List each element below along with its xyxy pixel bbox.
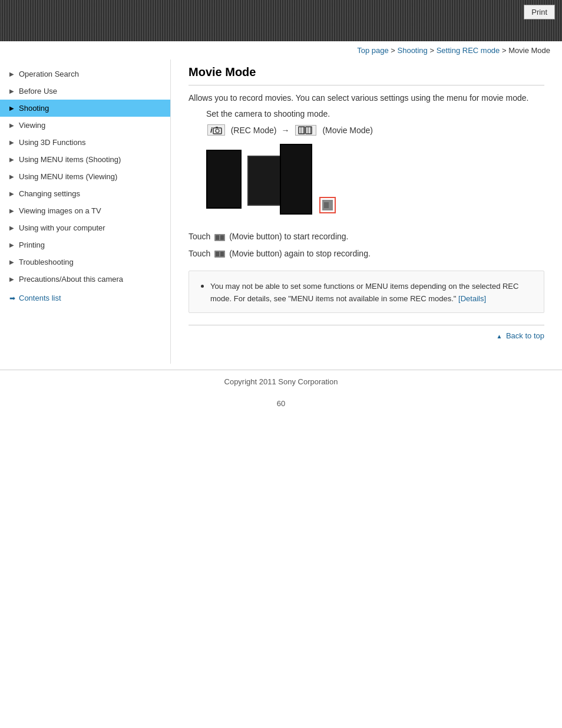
cam-body bbox=[206, 144, 324, 215]
touch-stop-instruction: Touch (Movie button) again to stop recor… bbox=[189, 247, 544, 260]
svg-rect-9 bbox=[324, 202, 329, 208]
camera-small-icon bbox=[213, 126, 222, 134]
sidebar-arrow-icon: ▶ bbox=[9, 225, 14, 231]
footer: Copyright 2011 Sony Corporation bbox=[0, 370, 562, 393]
sidebar-item-label: Precautions/About this camera bbox=[19, 275, 123, 284]
movie-button-stop-label: (Movie button) again to stop recording. bbox=[229, 249, 371, 258]
contents-list-label: Contents list bbox=[19, 294, 61, 302]
svg-marker-10 bbox=[329, 203, 331, 207]
sidebar-item-label: Troubleshooting bbox=[19, 258, 74, 266]
sub-description: Set the camera to shooting mode. bbox=[206, 109, 544, 118]
sidebar-item-using-with-your-computer[interactable]: ▶Using with your computer bbox=[0, 219, 170, 236]
sidebar-item-using-3d-functions[interactable]: ▶Using 3D Functions bbox=[0, 134, 170, 151]
arrow-label: → bbox=[281, 126, 289, 135]
sidebar-arrow-icon: ▶ bbox=[9, 71, 14, 77]
rec-mode-line: i (REC Mode) → (Movie Mode bbox=[206, 124, 544, 136]
sidebar-arrow-icon: ▶ bbox=[9, 242, 14, 248]
breadcrumb: Top page > Shooting > Setting REC mode >… bbox=[0, 41, 562, 60]
sidebar-arrow-icon: ▶ bbox=[9, 139, 14, 146]
sidebar-arrow-icon: ▶ bbox=[9, 105, 14, 111]
sidebar-arrow-icon: ▶ bbox=[9, 190, 14, 197]
movie-mode-icon bbox=[295, 125, 316, 136]
svg-rect-13 bbox=[220, 235, 224, 240]
breadcrumb-movie-mode: Movie Mode bbox=[508, 46, 550, 55]
movie-button-svg-1 bbox=[214, 232, 226, 243]
movie-button-start-label: (Movie button) to start recording. bbox=[229, 232, 348, 241]
sidebar-item-operation-search[interactable]: ▶Operation Search bbox=[0, 65, 170, 83]
sidebar-item-label: Operation Search bbox=[19, 70, 79, 78]
sidebar-arrow-icon: ▶ bbox=[9, 259, 14, 265]
sidebar-item-printing[interactable]: ▶Printing bbox=[0, 236, 170, 253]
sidebar-item-label: Viewing bbox=[19, 121, 45, 130]
movie-button-svg-2 bbox=[214, 249, 226, 259]
touch-stop-label: Touch bbox=[189, 249, 210, 258]
main-layout: ▶Operation Search▶Before Use▶Shooting▶Vi… bbox=[0, 60, 562, 364]
sidebar-item-using-menu-items-shooting[interactable]: ▶Using MENU items (Shooting) bbox=[0, 151, 170, 168]
touch-start-instruction: Touch (Movie button) to start recording. bbox=[189, 230, 544, 243]
sidebar-item-label: Shooting bbox=[19, 104, 49, 113]
cam-button bbox=[319, 197, 336, 213]
sidebar-item-changing-settings[interactable]: ▶Changing settings bbox=[0, 185, 170, 202]
content-area: Movie Mode Allows you to record movies. … bbox=[171, 60, 562, 364]
note-box: You may not be able to set some function… bbox=[189, 271, 544, 313]
cam-record-icon bbox=[323, 201, 332, 209]
svg-rect-15 bbox=[216, 252, 219, 256]
sidebar-item-before-use[interactable]: ▶Before Use bbox=[0, 83, 170, 100]
sidebar-item-label: Changing settings bbox=[19, 189, 80, 198]
sidebar-item-viewing[interactable]: ▶Viewing bbox=[0, 117, 170, 134]
sidebar-arrow-icon: ▶ bbox=[9, 88, 14, 94]
movie-button-icon-2 bbox=[213, 249, 229, 258]
back-to-top-label: Back to top bbox=[506, 331, 544, 340]
sidebar-item-label: Before Use bbox=[19, 87, 57, 95]
back-to-top-link[interactable]: ▲ Back to top bbox=[496, 331, 544, 340]
back-to-top: ▲ Back to top bbox=[189, 325, 544, 346]
breadcrumb-shooting[interactable]: Shooting bbox=[398, 46, 428, 55]
details-link[interactable]: [Details] bbox=[458, 294, 486, 303]
header-bar: Print bbox=[0, 0, 562, 41]
sidebar-item-using-menu-items-viewing[interactable]: ▶Using MENU items (Viewing) bbox=[0, 168, 170, 185]
camera-diagram bbox=[206, 144, 324, 220]
cam-right-panel bbox=[280, 144, 312, 215]
breadcrumb-separator-2: > bbox=[429, 46, 436, 55]
movie-mode-label: (Movie Mode) bbox=[322, 126, 373, 135]
svg-rect-12 bbox=[216, 235, 219, 240]
back-to-top-triangle-icon: ▲ bbox=[496, 333, 502, 340]
sidebar-item-viewing-images-on-tv[interactable]: ▶Viewing images on a TV bbox=[0, 202, 170, 219]
movie-mode-svg bbox=[298, 126, 313, 134]
movie-button-icon-1 bbox=[213, 232, 229, 241]
sidebar-item-precautions-about-camera[interactable]: ▶Precautions/About this camera bbox=[0, 271, 170, 288]
contents-list-arrow-icon: ➡ bbox=[9, 294, 15, 302]
sidebar-arrow-icon: ▶ bbox=[9, 122, 14, 129]
contents-list-link[interactable]: ➡ Contents list bbox=[0, 288, 170, 308]
sidebar: ▶Operation Search▶Before Use▶Shooting▶Vi… bbox=[0, 60, 171, 364]
touch-start-label: Touch bbox=[189, 232, 210, 241]
rec-mode-label: (REC Mode) bbox=[231, 126, 277, 135]
print-button[interactable]: Print bbox=[524, 5, 555, 19]
sidebar-item-label: Using MENU items (Viewing) bbox=[19, 172, 117, 181]
sidebar-item-label: Viewing images on a TV bbox=[19, 206, 101, 215]
sidebar-arrow-icon: ▶ bbox=[9, 207, 14, 214]
sidebar-item-label: Printing bbox=[19, 241, 45, 249]
sidebar-arrow-icon: ▶ bbox=[9, 276, 14, 282]
sidebar-item-shooting[interactable]: ▶Shooting bbox=[0, 100, 170, 117]
main-description: Allows you to record movies. You can sel… bbox=[189, 91, 544, 104]
page-number: 60 bbox=[0, 393, 562, 414]
rec-mode-icon: i bbox=[207, 124, 225, 136]
page-title: Movie Mode bbox=[189, 65, 544, 85]
sidebar-arrow-icon: ▶ bbox=[9, 156, 14, 163]
sidebar-arrow-icon: ▶ bbox=[9, 173, 14, 180]
cam-left-panel bbox=[206, 150, 242, 209]
breadcrumb-setting-rec-mode[interactable]: Setting REC mode bbox=[437, 46, 500, 55]
sidebar-item-troubleshooting[interactable]: ▶Troubleshooting bbox=[0, 253, 170, 271]
cam-button-inner bbox=[322, 200, 333, 210]
breadcrumb-top-page[interactable]: Top page bbox=[357, 46, 389, 55]
copyright-text: Copyright 2011 Sony Corporation bbox=[224, 377, 338, 386]
sidebar-item-label: Using 3D Functions bbox=[19, 138, 85, 147]
sidebar-item-label: Using with your computer bbox=[19, 223, 105, 232]
breadcrumb-separator-3: > bbox=[502, 46, 508, 55]
svg-rect-16 bbox=[220, 252, 224, 256]
breadcrumb-separator-1: > bbox=[391, 46, 397, 55]
sidebar-item-label: Using MENU items (Shooting) bbox=[19, 155, 121, 164]
svg-point-1 bbox=[216, 129, 219, 133]
svg-rect-2 bbox=[216, 127, 218, 128]
